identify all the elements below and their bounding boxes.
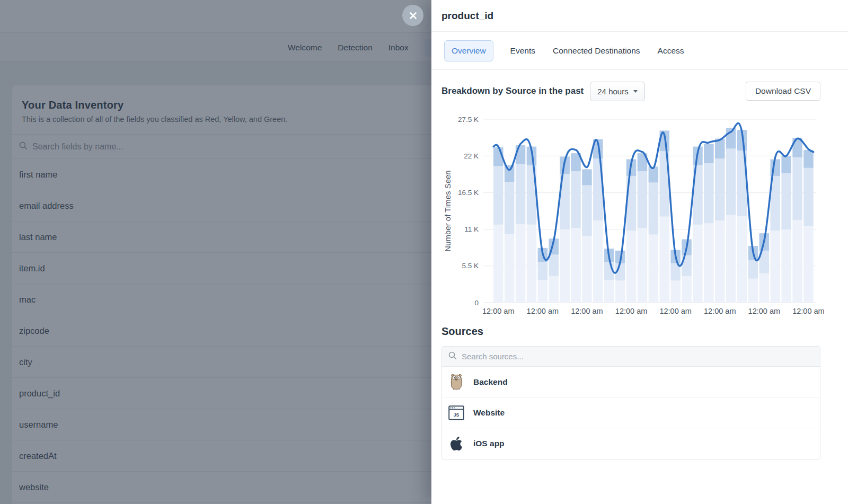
sources-box: Search sources... Backend (441, 346, 820, 459)
time-range-select[interactable]: 24 hours (590, 82, 644, 101)
source-icon-slot (448, 436, 464, 452)
svg-text:12:00 am: 12:00 am (482, 307, 514, 315)
source-icon-slot (448, 374, 464, 391)
panel-tab[interactable]: Connected Destinations (552, 40, 641, 61)
chart-title: Breakdown by Source in the past (441, 86, 584, 96)
source-row[interactable]: JS Website (442, 397, 820, 428)
source-label: Backend (473, 377, 508, 387)
download-csv-button[interactable]: Download CSV (746, 82, 820, 101)
panel-title: product_id (441, 10, 493, 22)
source-row[interactable]: iOS app (442, 428, 820, 459)
sources-search-placeholder: Search sources... (462, 352, 524, 361)
svg-text:22 K: 22 K (464, 152, 479, 160)
svg-text:0: 0 (474, 299, 479, 307)
apple-icon (449, 436, 463, 452)
sources-title: Sources (441, 325, 820, 338)
search-icon (448, 351, 457, 360)
source-label: iOS app (473, 439, 505, 448)
sources-section: Sources Search sources... (441, 325, 820, 459)
svg-text:Number of Times Seen: Number of Times Seen (443, 170, 452, 251)
source-icon-slot: JS (448, 405, 464, 420)
svg-text:11 K: 11 K (464, 225, 479, 233)
chart-header: Breakdown by Source in the past 24 hours… (441, 81, 820, 102)
panel-tab[interactable]: Overview (444, 40, 493, 61)
svg-text:16.5 K: 16.5 K (458, 189, 479, 197)
panel-tab[interactable]: Access (657, 40, 685, 61)
time-range-value: 24 hours (597, 87, 628, 96)
js-browser-icon: JS (448, 405, 464, 420)
sources-list: Backend JS Website iOS app (442, 367, 820, 459)
sources-search[interactable]: Search sources... (442, 347, 820, 367)
close-button[interactable] (402, 5, 423, 26)
search-icon-slot (448, 351, 457, 362)
field-detail-panel: product_id Overview Events Connected Des… (431, 0, 848, 504)
panel-tabs: Overview Events Connected Destinations A… (431, 32, 848, 70)
svg-text:5.5 K: 5.5 K (462, 262, 479, 270)
close-icon (409, 12, 417, 20)
svg-text:12:00 am: 12:00 am (527, 307, 559, 315)
gopher-icon (450, 374, 462, 391)
breakdown-chart: 05.5 K11 K16.5 K22 K27.5 KNumber of Time… (441, 104, 836, 319)
source-row[interactable]: Backend (442, 367, 820, 397)
svg-text:12:00 am: 12:00 am (615, 307, 647, 315)
chevron-down-icon (633, 90, 638, 93)
svg-text:12:00 am: 12:00 am (704, 307, 736, 315)
svg-text:12:00 am: 12:00 am (571, 307, 603, 315)
svg-text:12:00 am: 12:00 am (659, 307, 691, 315)
svg-text:27.5 K: 27.5 K (458, 116, 479, 123)
panel-tab[interactable]: Events (510, 40, 536, 61)
svg-text:12:00 am: 12:00 am (792, 307, 824, 315)
source-label: Website (473, 408, 505, 418)
svg-text:JS: JS (454, 412, 460, 417)
svg-text:12:00 am: 12:00 am (748, 307, 780, 315)
